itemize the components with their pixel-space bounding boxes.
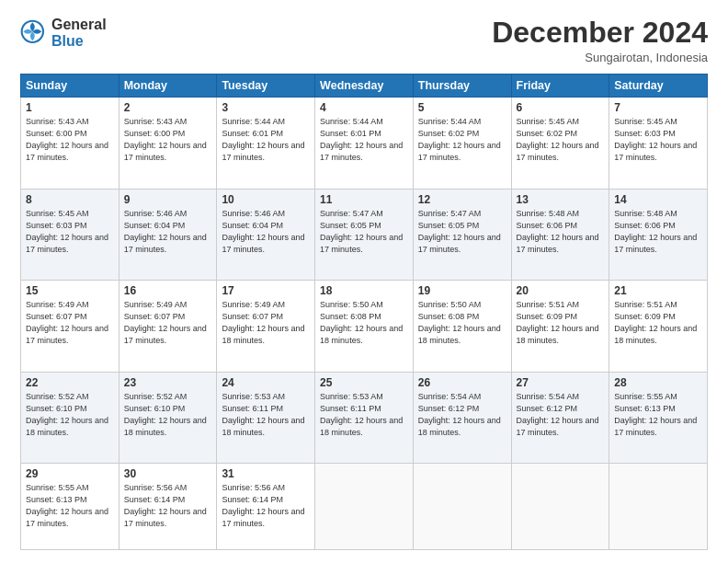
table-row: 18 Sunrise: 5:50 AM Sunset: 6:08 PM Dayl… [315, 281, 414, 373]
day-info: Sunrise: 5:49 AM Sunset: 6:07 PM Dayligh… [222, 299, 310, 347]
day-number: 17 [222, 284, 310, 297]
day-info: Sunrise: 5:50 AM Sunset: 6:08 PM Dayligh… [320, 299, 408, 347]
table-row: 4 Sunrise: 5:44 AM Sunset: 6:01 PM Dayli… [315, 98, 414, 190]
table-row: 31 Sunrise: 5:56 AM Sunset: 6:14 PM Dayl… [217, 464, 315, 550]
day-number: 24 [222, 376, 310, 389]
table-row: 27 Sunrise: 5:54 AM Sunset: 6:12 PM Dayl… [511, 372, 609, 464]
day-number: 1 [26, 101, 114, 114]
table-row [413, 464, 511, 550]
day-info: Sunrise: 5:44 AM Sunset: 6:02 PM Dayligh… [418, 116, 506, 164]
table-row: 28 Sunrise: 5:55 AM Sunset: 6:13 PM Dayl… [609, 372, 708, 464]
day-number: 29 [26, 467, 114, 480]
logo-text: General Blue [51, 17, 107, 49]
header: General Blue December 2024 Sungairotan, … [20, 17, 708, 64]
table-row: 25 Sunrise: 5:53 AM Sunset: 6:11 PM Dayl… [315, 372, 414, 464]
table-row: 7 Sunrise: 5:45 AM Sunset: 6:03 PM Dayli… [609, 98, 708, 190]
day-info: Sunrise: 5:45 AM Sunset: 6:03 PM Dayligh… [614, 116, 702, 164]
logo-general: General [51, 17, 107, 33]
day-info: Sunrise: 5:53 AM Sunset: 6:11 PM Dayligh… [320, 391, 408, 439]
table-row: 11 Sunrise: 5:47 AM Sunset: 6:05 PM Dayl… [315, 189, 414, 281]
day-info: Sunrise: 5:47 AM Sunset: 6:05 PM Dayligh… [320, 208, 408, 256]
day-number: 9 [124, 193, 212, 206]
day-number: 4 [320, 101, 408, 114]
col-saturday: Saturday [609, 75, 708, 98]
table-row: 9 Sunrise: 5:46 AM Sunset: 6:04 PM Dayli… [119, 189, 217, 281]
logo-blue: Blue [51, 33, 107, 50]
title-block: December 2024 Sungairotan, Indonesia [492, 17, 708, 64]
day-number: 5 [418, 101, 506, 114]
day-info: Sunrise: 5:51 AM Sunset: 6:09 PM Dayligh… [614, 299, 702, 347]
table-row: 30 Sunrise: 5:56 AM Sunset: 6:14 PM Dayl… [119, 464, 217, 550]
day-info: Sunrise: 5:45 AM Sunset: 6:02 PM Dayligh… [517, 116, 605, 164]
page: General Blue December 2024 Sungairotan, … [0, 0, 728, 563]
day-info: Sunrise: 5:55 AM Sunset: 6:13 PM Dayligh… [614, 391, 702, 439]
calendar-table: Sunday Monday Tuesday Wednesday Thursday… [20, 74, 708, 550]
day-info: Sunrise: 5:52 AM Sunset: 6:10 PM Dayligh… [26, 391, 114, 439]
day-info: Sunrise: 5:48 AM Sunset: 6:06 PM Dayligh… [517, 208, 605, 256]
day-number: 6 [517, 101, 605, 114]
day-number: 19 [418, 284, 506, 297]
table-row: 21 Sunrise: 5:51 AM Sunset: 6:09 PM Dayl… [609, 281, 708, 373]
day-number: 13 [517, 193, 605, 206]
table-row: 6 Sunrise: 5:45 AM Sunset: 6:02 PM Dayli… [511, 98, 609, 190]
calendar-header-row: Sunday Monday Tuesday Wednesday Thursday… [21, 75, 708, 98]
table-row: 13 Sunrise: 5:48 AM Sunset: 6:06 PM Dayl… [511, 189, 609, 281]
day-info: Sunrise: 5:47 AM Sunset: 6:05 PM Dayligh… [418, 208, 506, 256]
table-row: 2 Sunrise: 5:43 AM Sunset: 6:00 PM Dayli… [119, 98, 217, 190]
day-number: 2 [124, 101, 212, 114]
col-friday: Friday [511, 75, 609, 98]
table-row: 16 Sunrise: 5:49 AM Sunset: 6:07 PM Dayl… [119, 281, 217, 373]
col-monday: Monday [119, 75, 217, 98]
table-row [315, 464, 414, 550]
col-tuesday: Tuesday [217, 75, 315, 98]
table-row: 26 Sunrise: 5:54 AM Sunset: 6:12 PM Dayl… [413, 372, 511, 464]
logo-icon [20, 19, 48, 47]
table-row [511, 464, 609, 550]
day-number: 25 [320, 376, 408, 389]
day-info: Sunrise: 5:50 AM Sunset: 6:08 PM Dayligh… [418, 299, 506, 347]
day-info: Sunrise: 5:46 AM Sunset: 6:04 PM Dayligh… [222, 208, 310, 256]
day-number: 3 [222, 101, 310, 114]
col-thursday: Thursday [413, 75, 511, 98]
day-info: Sunrise: 5:49 AM Sunset: 6:07 PM Dayligh… [26, 299, 114, 347]
table-row: 15 Sunrise: 5:49 AM Sunset: 6:07 PM Dayl… [21, 281, 119, 373]
day-info: Sunrise: 5:52 AM Sunset: 6:10 PM Dayligh… [124, 391, 212, 439]
day-number: 8 [26, 193, 114, 206]
table-row: 10 Sunrise: 5:46 AM Sunset: 6:04 PM Dayl… [217, 189, 315, 281]
day-info: Sunrise: 5:49 AM Sunset: 6:07 PM Dayligh… [124, 299, 212, 347]
table-row: 23 Sunrise: 5:52 AM Sunset: 6:10 PM Dayl… [119, 372, 217, 464]
table-row: 14 Sunrise: 5:48 AM Sunset: 6:06 PM Dayl… [609, 189, 708, 281]
month-title: December 2024 [492, 17, 708, 49]
col-sunday: Sunday [21, 75, 119, 98]
day-number: 16 [124, 284, 212, 297]
day-info: Sunrise: 5:43 AM Sunset: 6:00 PM Dayligh… [26, 116, 114, 164]
day-number: 28 [614, 376, 702, 389]
logo: General Blue [20, 17, 107, 49]
day-number: 23 [124, 376, 212, 389]
day-info: Sunrise: 5:45 AM Sunset: 6:03 PM Dayligh… [26, 208, 114, 256]
table-row: 19 Sunrise: 5:50 AM Sunset: 6:08 PM Dayl… [413, 281, 511, 373]
day-info: Sunrise: 5:54 AM Sunset: 6:12 PM Dayligh… [418, 391, 506, 439]
day-info: Sunrise: 5:44 AM Sunset: 6:01 PM Dayligh… [222, 116, 310, 164]
table-row: 1 Sunrise: 5:43 AM Sunset: 6:00 PM Dayli… [21, 98, 119, 190]
day-number: 31 [222, 467, 310, 480]
day-number: 12 [418, 193, 506, 206]
day-number: 7 [614, 101, 702, 114]
day-number: 15 [26, 284, 114, 297]
table-row: 8 Sunrise: 5:45 AM Sunset: 6:03 PM Dayli… [21, 189, 119, 281]
table-row: 5 Sunrise: 5:44 AM Sunset: 6:02 PM Dayli… [413, 98, 511, 190]
day-info: Sunrise: 5:43 AM Sunset: 6:00 PM Dayligh… [124, 116, 212, 164]
col-wednesday: Wednesday [315, 75, 414, 98]
day-number: 30 [124, 467, 212, 480]
table-row: 12 Sunrise: 5:47 AM Sunset: 6:05 PM Dayl… [413, 189, 511, 281]
day-number: 14 [614, 193, 702, 206]
table-row: 17 Sunrise: 5:49 AM Sunset: 6:07 PM Dayl… [217, 281, 315, 373]
day-info: Sunrise: 5:48 AM Sunset: 6:06 PM Dayligh… [614, 208, 702, 256]
day-info: Sunrise: 5:44 AM Sunset: 6:01 PM Dayligh… [320, 116, 408, 164]
table-row: 29 Sunrise: 5:55 AM Sunset: 6:13 PM Dayl… [21, 464, 119, 550]
table-row: 20 Sunrise: 5:51 AM Sunset: 6:09 PM Dayl… [511, 281, 609, 373]
day-number: 20 [517, 284, 605, 297]
day-number: 18 [320, 284, 408, 297]
table-row [609, 464, 708, 550]
table-row: 3 Sunrise: 5:44 AM Sunset: 6:01 PM Dayli… [217, 98, 315, 190]
